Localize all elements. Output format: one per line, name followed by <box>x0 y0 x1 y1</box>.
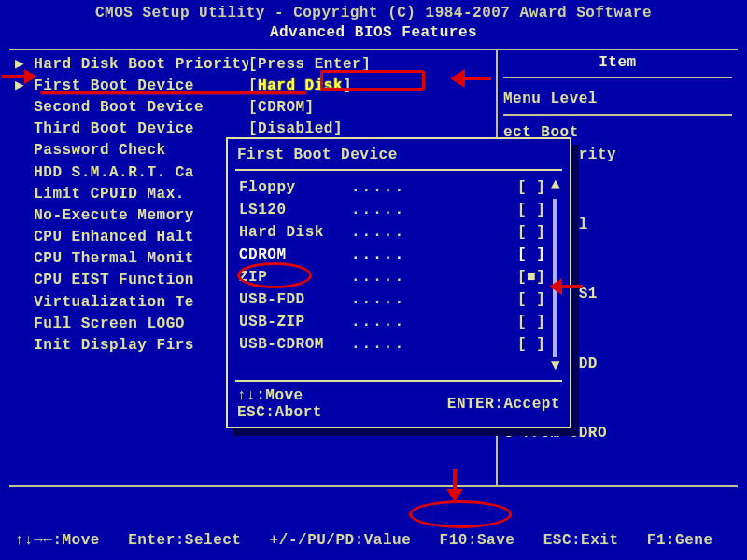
menu-label: ▶ First Boot Device <box>15 76 248 97</box>
hint-move: ↑↓:Move <box>237 387 322 404</box>
menu-label: Third Boot Device <box>15 119 248 140</box>
option-label: Floppy <box>239 176 351 199</box>
menu-label: Init Display Firs <box>15 335 248 357</box>
option-label: USB-CDROM <box>239 333 351 356</box>
menu-label: Full Screen LOGO <box>15 314 248 335</box>
menu-value: [Hard Disk] <box>248 76 490 97</box>
hint-abort: ESC:Abort <box>237 404 322 421</box>
popup-option-usb-cdrom[interactable]: USB-CDROM.....[ ] <box>239 333 558 356</box>
popup-option-list[interactable]: ▲ ▼ Floppy.....[ ]LS120.....[ ]Hard Disk… <box>235 171 562 380</box>
menu-label: HDD S.M.A.R.T. Ca <box>15 162 248 184</box>
option-dots: ..... <box>351 288 517 311</box>
popup-footer: ↑↓:Move ESC:Abort ENTER:Accept <box>235 380 562 423</box>
option-dots: ..... <box>351 311 517 333</box>
key-hints-line1: ↑↓→←:Move Enter:Select +/-/PU/PD:Value F… <box>15 530 732 551</box>
popup-option-zip[interactable]: ZIP.....[■] <box>239 266 558 288</box>
menu-label: Password Check <box>15 140 248 161</box>
menu-row-2[interactable]: Second Boot Device[CDROM] <box>15 97 490 119</box>
menu-label: Second Boot Device <box>15 97 248 119</box>
popup-footer-left: ↑↓:Move ESC:Abort <box>237 387 322 421</box>
menu-value: [Press Enter] <box>248 54 490 76</box>
option-label: USB-ZIP <box>239 311 351 333</box>
option-dots: ..... <box>351 199 517 221</box>
boot-device-popup: First Boot Device ▲ ▼ Floppy.....[ ]LS12… <box>226 137 571 428</box>
bios-header: CMOS Setup Utility - Copyright (C) 1984-… <box>0 0 747 45</box>
option-dots: ..... <box>351 244 517 266</box>
menu-row-1[interactable]: ▶ First Boot Device[Hard Disk] <box>15 76 490 97</box>
popup-option-floppy[interactable]: Floppy.....[ ] <box>239 176 558 199</box>
header-section: Advanced BIOS Features <box>0 23 747 43</box>
popup-option-usb-fdd[interactable]: USB-FDD.....[ ] <box>239 288 558 311</box>
option-dots: ..... <box>351 266 517 288</box>
scroll-up-icon[interactable]: ▲ <box>551 176 560 193</box>
menu-label: CPU EIST Function <box>15 270 248 291</box>
key-hints: ↑↓→←:Move Enter:Select +/-/PU/PD:Value F… <box>0 487 747 560</box>
option-label: CDROM <box>239 244 351 266</box>
popup-option-usb-zip[interactable]: USB-ZIP.....[ ] <box>239 311 558 333</box>
scrollbar-track[interactable] <box>553 199 557 357</box>
menu-value: [CDROM] <box>248 97 490 119</box>
popup-option-hard disk[interactable]: Hard Disk.....[ ] <box>239 221 558 244</box>
option-label: ZIP <box>239 266 351 288</box>
scroll-down-icon[interactable]: ▼ <box>551 357 560 374</box>
header-copyright: CMOS Setup Utility - Copyright (C) 1984-… <box>0 4 747 23</box>
popup-option-cdrom[interactable]: CDROM.....[ ] <box>239 244 558 266</box>
menu-label: CPU Thermal Monit <box>15 248 248 270</box>
option-label: USB-FDD <box>239 288 351 311</box>
option-dots: ..... <box>351 333 517 356</box>
popup-title: First Boot Device <box>235 141 562 171</box>
option-label: Hard Disk <box>239 221 351 244</box>
option-label: LS120 <box>239 199 351 221</box>
menu-label: No-Execute Memory <box>15 205 248 227</box>
hint-accept: ENTER:Accept <box>447 396 560 413</box>
option-dots: ..... <box>351 176 517 199</box>
menu-label: ▶ Hard Disk Boot Priority <box>15 54 248 76</box>
menu-label: CPU Enhanced Halt <box>15 227 248 248</box>
menu-label: Limit CPUID Max. <box>15 184 248 205</box>
menu-label: Virtualization Te <box>15 292 248 314</box>
popup-option-ls120[interactable]: LS120.....[ ] <box>239 199 558 221</box>
menu-level-label: Menu Level <box>503 84 732 116</box>
menu-row-0[interactable]: ▶ Hard Disk Boot Priority[Press Enter] <box>15 54 490 76</box>
option-dots: ..... <box>351 221 517 244</box>
help-title: Item <box>503 54 732 78</box>
